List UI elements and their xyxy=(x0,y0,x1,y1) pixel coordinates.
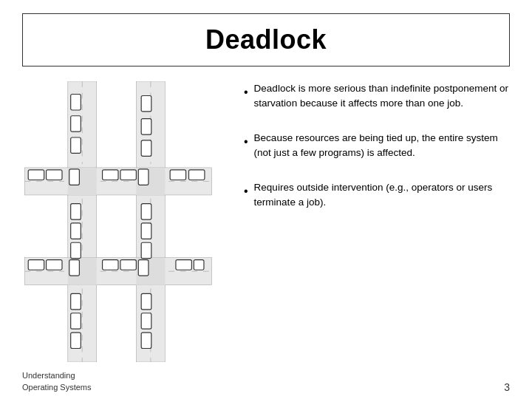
bullet-item-1: • Deadlock is more serious than indefini… xyxy=(244,81,510,110)
diagram-area xyxy=(22,78,229,366)
svg-rect-25 xyxy=(141,140,151,156)
svg-rect-49 xyxy=(71,313,81,329)
bullets-area: • Deadlock is more serious than indefini… xyxy=(229,78,510,366)
svg-rect-40 xyxy=(176,260,191,270)
intersection-diagram xyxy=(22,81,214,362)
svg-rect-41 xyxy=(194,260,204,270)
svg-rect-21 xyxy=(71,116,81,132)
bullet-text-2: Because resources are being tied up, the… xyxy=(254,131,510,160)
svg-rect-35 xyxy=(188,170,204,180)
content-area: • Deadlock is more serious than indefini… xyxy=(22,78,510,366)
footer-left: Understanding Operating Systems xyxy=(22,370,92,393)
svg-rect-32 xyxy=(103,170,118,180)
svg-rect-43 xyxy=(71,223,81,239)
svg-rect-24 xyxy=(141,119,151,134)
svg-rect-30 xyxy=(28,170,44,180)
bullet-item-2: • Because resources are being tied up, t… xyxy=(244,131,510,160)
svg-rect-52 xyxy=(141,313,151,329)
bullet-dot-3: • xyxy=(244,183,248,200)
svg-rect-26 xyxy=(69,169,80,185)
svg-rect-45 xyxy=(141,204,151,219)
svg-rect-23 xyxy=(141,95,151,111)
slide-title: Deadlock xyxy=(205,24,327,55)
svg-rect-44 xyxy=(71,242,81,258)
bullet-dot-1: • xyxy=(244,83,248,100)
svg-rect-42 xyxy=(71,204,81,219)
svg-rect-36 xyxy=(28,260,44,270)
svg-rect-34 xyxy=(170,170,185,180)
svg-rect-53 xyxy=(141,332,151,348)
svg-rect-50 xyxy=(71,332,81,348)
svg-rect-51 xyxy=(141,293,151,309)
svg-rect-33 xyxy=(120,170,136,180)
svg-rect-39 xyxy=(120,260,136,270)
svg-rect-47 xyxy=(141,242,151,258)
bullet-text-3: Requires outside intervention (e.g., ope… xyxy=(254,180,510,209)
svg-rect-37 xyxy=(47,260,62,270)
svg-rect-38 xyxy=(103,260,118,270)
slide: Deadlock xyxy=(0,0,532,399)
svg-rect-46 xyxy=(141,223,151,239)
footer-left-line2: Operating Systems xyxy=(22,382,92,393)
svg-rect-22 xyxy=(71,137,81,153)
footer-left-line1: Understanding xyxy=(22,370,92,381)
header-box: Deadlock xyxy=(22,13,510,66)
svg-rect-20 xyxy=(71,95,81,110)
svg-rect-28 xyxy=(69,260,80,276)
footer: Understanding Operating Systems 3 xyxy=(22,370,510,393)
bullet-text-1: Deadlock is more serious than indefinite… xyxy=(254,81,510,110)
svg-rect-48 xyxy=(71,293,81,309)
svg-rect-31 xyxy=(47,170,62,180)
page-number: 3 xyxy=(504,381,510,393)
svg-rect-29 xyxy=(138,260,149,276)
bullet-item-3: • Requires outside intervention (e.g., o… xyxy=(244,180,510,209)
bullet-dot-2: • xyxy=(244,133,248,150)
svg-rect-27 xyxy=(138,169,149,185)
